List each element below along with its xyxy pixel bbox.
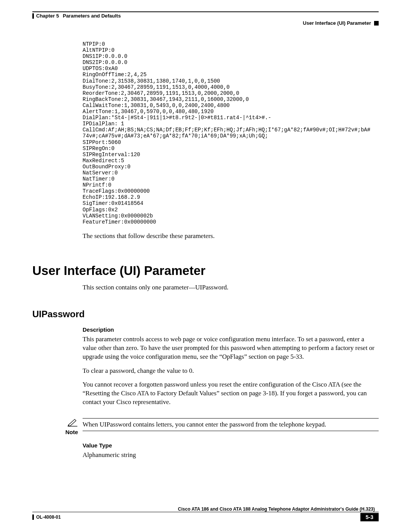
footer-left: OL-4008-01: [32, 514, 61, 520]
pencil-icon: [67, 418, 78, 427]
section-intro: This section contains only one parameter…: [83, 283, 379, 292]
chapter-label: Chapter 5: [36, 13, 59, 19]
footer-doc-code: OL-4008-01: [36, 514, 61, 520]
valuetype-label: Value Type: [83, 442, 379, 449]
valuetype-text: Alphanumeric string: [83, 451, 379, 460]
chapter-title: Parameters and Defaults: [63, 13, 121, 19]
description-p3: You cannot recover a forgotten password …: [83, 380, 379, 407]
description-p1: This parameter controls access to web pa…: [83, 335, 379, 361]
page-number: 5-3: [360, 513, 379, 521]
note-left: Note: [32, 418, 83, 435]
header-section-label: User Interface (UI) Parameter: [303, 20, 371, 26]
footer-rule: [32, 512, 379, 512]
footer-doc-title: Cisco ATA 186 and Cisco ATA 188 Analog T…: [32, 506, 379, 512]
footer: Cisco ATA 186 and Cisco ATA 188 Analog T…: [32, 506, 379, 521]
footer-top-row: Cisco ATA 186 and Cisco ATA 188 Analog T…: [32, 506, 379, 512]
footer-bottom-row: OL-4008-01 5-3: [32, 513, 379, 521]
footer-accent-bar: [32, 514, 34, 520]
description-label: Description: [83, 326, 379, 333]
note-text: When UIPassword contains letters, you ca…: [83, 418, 379, 431]
page: Chapter 5 Parameters and Defaults User I…: [0, 0, 411, 532]
note-label: Note: [32, 429, 78, 435]
header-left: Chapter 5 Parameters and Defaults: [32, 13, 121, 19]
intro-paragraph: The sections that follow describe these …: [83, 232, 379, 241]
header-accent-bar: [32, 13, 34, 19]
header-right: User Interface (UI) Parameter: [32, 20, 379, 26]
section-heading: User Interface (UI) Parameter: [32, 264, 379, 278]
header-accent-square: [374, 21, 379, 26]
header-rule: [32, 11, 379, 12]
subsection-heading: UIPassword: [32, 309, 379, 320]
running-header: Chapter 5 Parameters and Defaults: [32, 13, 379, 19]
description-p2: To clear a password, change the value to…: [83, 367, 379, 375]
parameter-code-block: NTPIP:0 AltNTPIP:0 DNS1IP:0.0.0.0 DNS2IP…: [83, 41, 379, 225]
note-block: Note When UIPassword contains letters, y…: [32, 418, 379, 435]
